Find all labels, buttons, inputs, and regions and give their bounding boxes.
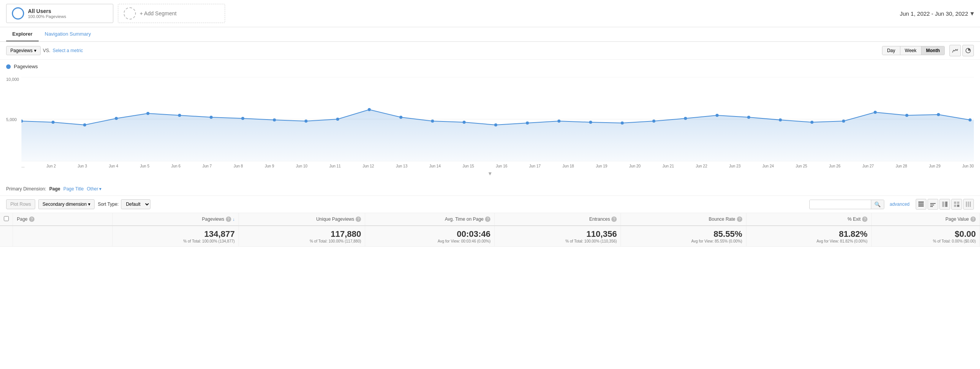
total-unique: 117,880 [243,229,361,239]
svg-point-22 [557,120,560,123]
svg-point-32 [874,111,877,114]
svg-rect-48 [966,202,967,207]
page-value-col-label: Page Value [946,216,969,222]
bounce-rate-help-icon[interactable]: ? [737,216,742,222]
svg-point-25 [652,120,655,123]
unique-pageviews-help-icon[interactable]: ? [356,216,361,222]
primary-dim-page[interactable]: Page [49,186,60,192]
line-chart-btn[interactable] [949,45,961,56]
total-bounce-rate: 85.55% [625,229,742,239]
x-axis-labels: ... Jun 2 Jun 3 Jun 4 Jun 5 Jun 6 Jun 7 … [21,164,974,168]
x-label-jun14: Jun 14 [429,164,441,168]
view-buttons [916,199,974,210]
plot-rows-button[interactable]: Plot Rows [6,199,35,209]
compare-view-btn[interactable] [939,199,950,210]
page-value-help-icon[interactable]: ? [970,216,976,222]
x-label-jun17: Jun 17 [529,164,541,168]
select-all-checkbox[interactable] [4,216,9,221]
time-btn-day[interactable]: Day [882,46,900,55]
advanced-link[interactable]: advanced [890,202,910,207]
totals-entrances-cell: 110,356 % of Total: 100.00% (110,356) [495,226,621,247]
pageviews-sort-arrow[interactable]: ↓ [233,217,235,221]
time-buttons: Day Week Month [882,46,945,55]
tab-explorer[interactable]: Explorer [6,27,39,41]
x-label-jun9: Jun 9 [265,164,274,168]
svg-rect-40 [930,205,934,205]
metric-dropdown-arrow: ▾ [34,48,36,53]
time-btn-week[interactable]: Week [900,46,921,55]
avg-time-help-icon[interactable]: ? [485,216,490,222]
metric-button[interactable]: Pageviews ▾ [6,46,41,55]
x-label-jun13: Jun 13 [396,164,407,168]
pivot-view-btn[interactable] [951,199,962,210]
search-input[interactable] [810,200,871,208]
primary-dim-other[interactable]: Other ▾ [87,186,101,192]
select-metric-link[interactable]: Select a metric [52,48,83,53]
chart-type-buttons [949,45,974,56]
x-label-jun21: Jun 21 [662,164,674,168]
page-column-header: Page ? [13,213,113,226]
date-range[interactable]: Jun 1, 2022 - Jun 30, 2022 ▾ [900,9,974,18]
data-table: Page ? Pageviews ? ↓ Unique Pageviews ? [0,213,980,247]
tab-navigation-summary[interactable]: Navigation Summary [39,27,97,41]
primary-dimension-label: Primary Dimension: [6,186,46,192]
add-segment-box[interactable]: + Add Segment [118,4,225,23]
date-range-arrow: ▾ [970,9,974,18]
svg-point-11 [210,116,213,119]
svg-rect-37 [918,203,924,205]
total-bounce-rate-sub: Avg for View: 85.55% (0.00%) [625,239,742,243]
chart-wrapper: 10,000 5,000 [6,77,974,169]
segments-area: All Users 100.00% Pageviews + Add Segmen… [6,4,900,23]
y-label-10000: 10,000 [6,77,19,82]
svg-rect-41 [930,206,933,207]
totals-pageviews-cell: 134,877 % of Total: 100.00% (134,877) [113,226,239,247]
table-controls: Plot Rows Secondary dimension ▾ Sort Typ… [0,196,980,213]
bar-view-btn[interactable] [928,199,938,210]
svg-point-9 [146,112,149,115]
svg-point-19 [462,121,466,124]
date-range-text: Jun 1, 2022 - Jun 30, 2022 [900,10,968,17]
page-col-label: Page [17,216,28,222]
svg-point-26 [684,117,687,120]
pie-chart-btn[interactable] [962,45,974,56]
custom-view-btn[interactable] [963,199,974,210]
svg-point-6 [52,121,55,124]
checkbox-header [0,213,13,226]
search-button[interactable]: 🔍 [871,200,884,209]
svg-rect-36 [918,202,924,203]
all-users-segment[interactable]: All Users 100.00% Pageviews [6,4,113,23]
secondary-dimension-button[interactable]: Secondary dimension ▾ [38,199,95,209]
page-help-icon[interactable]: ? [29,216,34,222]
svg-point-30 [810,121,813,124]
svg-rect-39 [930,203,936,204]
svg-point-31 [842,120,845,123]
secondary-dim-arrow: ▾ [88,202,90,207]
sort-type-select[interactable]: Default [121,199,150,209]
bounce-rate-col-label: Bounce Rate [709,216,735,222]
time-btn-month[interactable]: Month [921,46,944,55]
totals-page-cell [13,226,113,247]
table-view-btn[interactable] [916,199,926,210]
scroll-indicator[interactable]: ▾ [6,170,974,177]
pct-exit-help-icon[interactable]: ? [862,216,867,222]
totals-avg-time-cell: 00:03:46 Avg for View: 00:03:46 (0.00%) [365,226,495,247]
top-bar: All Users 100.00% Pageviews + Add Segmen… [0,0,980,27]
metric-label: Pageviews [10,48,33,53]
total-page-value-sub: % of Total: 0.00% ($0.00) [875,239,976,243]
total-avg-time: 00:03:46 [369,229,490,239]
svg-point-23 [589,121,592,124]
primary-dim-page-title[interactable]: Page Title [63,186,83,192]
legend-label: Pageviews [14,64,38,69]
svg-rect-45 [957,202,959,204]
x-label-jun18: Jun 18 [562,164,574,168]
chart-svg [21,77,974,161]
entrances-help-icon[interactable]: ? [611,216,617,222]
x-label-jun7: Jun 7 [203,164,212,168]
x-label-jun25: Jun 25 [796,164,807,168]
segment-name: All Users [28,8,66,14]
pct-exit-column-header: % Exit ? [746,213,871,226]
x-label-jun27: Jun 27 [862,164,874,168]
svg-point-29 [779,118,782,121]
pageviews-help-icon[interactable]: ? [226,216,231,222]
avg-time-col-label: Avg. Time on Page [445,216,483,222]
